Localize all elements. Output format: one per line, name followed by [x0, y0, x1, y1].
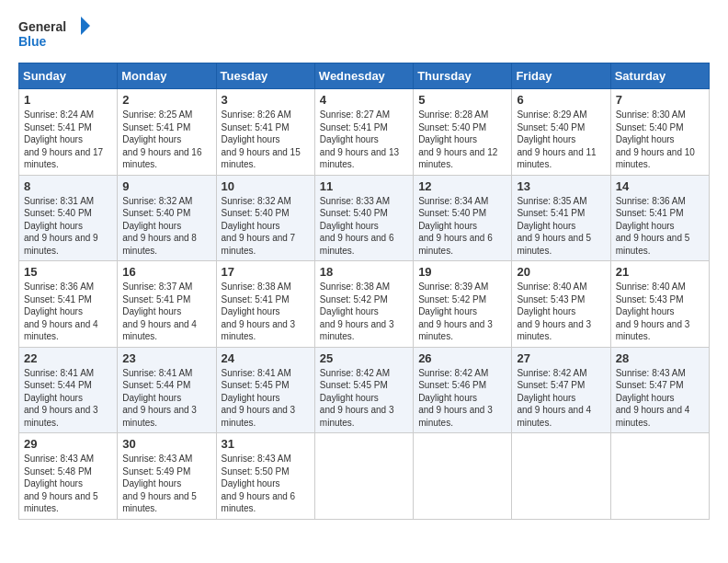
- cell-info: Sunrise: 8:41 AMSunset: 5:44 PMDaylight …: [122, 368, 197, 428]
- calendar-cell: 11 Sunrise: 8:33 AMSunset: 5:40 PMDaylig…: [314, 175, 413, 261]
- calendar-cell: 7 Sunrise: 8:30 AMSunset: 5:40 PMDayligh…: [610, 89, 709, 176]
- calendar-cell: 29 Sunrise: 8:43 AMSunset: 5:48 PMDaylig…: [19, 433, 118, 520]
- calendar-cell: [414, 433, 512, 520]
- cell-info: Sunrise: 8:38 AMSunset: 5:41 PMDaylight …: [222, 282, 296, 341]
- cell-info: Sunrise: 8:32 AMSunset: 5:40 PMDaylight …: [222, 196, 296, 256]
- day-number: 18: [320, 265, 408, 279]
- cell-info: Sunrise: 8:31 AMSunset: 5:40 PMDaylight …: [24, 196, 98, 256]
- calendar-cell: 5 Sunrise: 8:28 AMSunset: 5:40 PMDayligh…: [414, 89, 512, 176]
- calendar-cell: [512, 433, 610, 520]
- calendar-week-row: 29 Sunrise: 8:43 AMSunset: 5:48 PMDaylig…: [19, 433, 710, 520]
- calendar-header-row: SundayMondayTuesdayWednesdayThursdayFrid…: [19, 63, 710, 89]
- cell-info: Sunrise: 8:36 AMSunset: 5:41 PMDaylight …: [24, 282, 98, 341]
- calendar-cell: 13 Sunrise: 8:35 AMSunset: 5:41 PMDaylig…: [512, 175, 610, 261]
- cell-info: Sunrise: 8:40 AMSunset: 5:43 PMDaylight …: [616, 282, 690, 341]
- calendar-cell: 24 Sunrise: 8:41 AMSunset: 5:45 PMDaylig…: [216, 347, 314, 433]
- calendar-cell: 9 Sunrise: 8:32 AMSunset: 5:40 PMDayligh…: [118, 175, 216, 261]
- calendar-cell: 10 Sunrise: 8:32 AMSunset: 5:40 PMDaylig…: [216, 175, 314, 261]
- day-number: 10: [222, 179, 310, 193]
- cell-info: Sunrise: 8:42 AMSunset: 5:47 PMDaylight …: [517, 368, 591, 428]
- calendar-cell: [610, 433, 709, 520]
- day-number: 31: [222, 437, 310, 451]
- column-header-tuesday: Tuesday: [216, 63, 314, 89]
- calendar-week-row: 1 Sunrise: 8:24 AMSunset: 5:41 PMDayligh…: [19, 89, 710, 176]
- calendar-cell: 4 Sunrise: 8:27 AMSunset: 5:41 PMDayligh…: [314, 89, 413, 176]
- calendar-cell: 1 Sunrise: 8:24 AMSunset: 5:41 PMDayligh…: [19, 89, 118, 176]
- cell-info: Sunrise: 8:39 AMSunset: 5:42 PMDaylight …: [418, 282, 493, 341]
- calendar-week-row: 8 Sunrise: 8:31 AMSunset: 5:40 PMDayligh…: [19, 175, 710, 261]
- day-number: 7: [616, 93, 704, 107]
- day-number: 12: [418, 179, 506, 193]
- calendar-cell: 23 Sunrise: 8:41 AMSunset: 5:44 PMDaylig…: [118, 347, 216, 433]
- column-header-saturday: Saturday: [610, 63, 709, 89]
- day-number: 24: [222, 351, 310, 365]
- cell-info: Sunrise: 8:41 AMSunset: 5:44 PMDaylight …: [24, 368, 98, 428]
- day-number: 13: [517, 179, 605, 193]
- day-number: 30: [122, 437, 210, 451]
- day-number: 19: [418, 265, 506, 279]
- cell-info: Sunrise: 8:27 AMSunset: 5:41 PMDaylight …: [320, 109, 399, 169]
- day-number: 1: [24, 93, 112, 107]
- column-header-thursday: Thursday: [414, 63, 512, 89]
- day-number: 23: [122, 351, 210, 365]
- cell-info: Sunrise: 8:36 AMSunset: 5:41 PMDaylight …: [616, 196, 690, 256]
- day-number: 22: [24, 351, 112, 365]
- day-number: 11: [320, 179, 408, 193]
- cell-info: Sunrise: 8:42 AMSunset: 5:46 PMDaylight …: [418, 368, 493, 428]
- calendar-cell: 27 Sunrise: 8:42 AMSunset: 5:47 PMDaylig…: [512, 347, 610, 433]
- logo-svg: General Blue: [18, 15, 92, 55]
- calendar-cell: 15 Sunrise: 8:36 AMSunset: 5:41 PMDaylig…: [19, 261, 118, 348]
- day-number: 29: [24, 437, 112, 451]
- calendar-week-row: 15 Sunrise: 8:36 AMSunset: 5:41 PMDaylig…: [19, 261, 710, 348]
- day-number: 2: [122, 93, 210, 107]
- calendar-cell: 21 Sunrise: 8:40 AMSunset: 5:43 PMDaylig…: [610, 261, 709, 348]
- calendar-cell: 16 Sunrise: 8:37 AMSunset: 5:41 PMDaylig…: [118, 261, 216, 348]
- calendar-cell: 17 Sunrise: 8:38 AMSunset: 5:41 PMDaylig…: [216, 261, 314, 348]
- calendar-table: SundayMondayTuesdayWednesdayThursdayFrid…: [18, 63, 710, 520]
- calendar-cell: 12 Sunrise: 8:34 AMSunset: 5:40 PMDaylig…: [414, 175, 512, 261]
- day-number: 9: [122, 179, 210, 193]
- day-number: 6: [517, 93, 605, 107]
- logo: General Blue: [18, 15, 92, 55]
- day-number: 25: [320, 351, 408, 365]
- day-number: 28: [616, 351, 704, 365]
- cell-info: Sunrise: 8:25 AMSunset: 5:41 PMDaylight …: [122, 109, 201, 169]
- calendar-cell: 3 Sunrise: 8:26 AMSunset: 5:41 PMDayligh…: [216, 89, 314, 176]
- day-number: 3: [222, 93, 310, 107]
- day-number: 8: [24, 179, 112, 193]
- calendar-cell: 2 Sunrise: 8:25 AMSunset: 5:41 PMDayligh…: [118, 89, 216, 176]
- column-header-monday: Monday: [118, 63, 216, 89]
- cell-info: Sunrise: 8:43 AMSunset: 5:50 PMDaylight …: [222, 454, 296, 513]
- day-number: 17: [222, 265, 310, 279]
- day-number: 15: [24, 265, 112, 279]
- day-number: 4: [320, 93, 408, 107]
- calendar-cell: 22 Sunrise: 8:41 AMSunset: 5:44 PMDaylig…: [19, 347, 118, 433]
- svg-text:Blue: Blue: [18, 34, 47, 49]
- cell-info: Sunrise: 8:41 AMSunset: 5:45 PMDaylight …: [222, 368, 296, 428]
- svg-text:General: General: [18, 19, 66, 34]
- svg-marker-2: [81, 17, 90, 35]
- day-number: 20: [517, 265, 605, 279]
- column-header-friday: Friday: [512, 63, 610, 89]
- calendar-cell: 14 Sunrise: 8:36 AMSunset: 5:41 PMDaylig…: [610, 175, 709, 261]
- calendar-cell: 26 Sunrise: 8:42 AMSunset: 5:46 PMDaylig…: [414, 347, 512, 433]
- calendar-cell: 6 Sunrise: 8:29 AMSunset: 5:40 PMDayligh…: [512, 89, 610, 176]
- calendar-cell: 20 Sunrise: 8:40 AMSunset: 5:43 PMDaylig…: [512, 261, 610, 348]
- cell-info: Sunrise: 8:42 AMSunset: 5:45 PMDaylight …: [320, 368, 394, 428]
- cell-info: Sunrise: 8:29 AMSunset: 5:40 PMDaylight …: [517, 109, 596, 169]
- cell-info: Sunrise: 8:38 AMSunset: 5:42 PMDaylight …: [320, 282, 394, 341]
- calendar-cell: 28 Sunrise: 8:43 AMSunset: 5:47 PMDaylig…: [610, 347, 709, 433]
- cell-info: Sunrise: 8:34 AMSunset: 5:40 PMDaylight …: [418, 196, 493, 256]
- column-header-wednesday: Wednesday: [314, 63, 413, 89]
- calendar-cell: 25 Sunrise: 8:42 AMSunset: 5:45 PMDaylig…: [314, 347, 413, 433]
- cell-info: Sunrise: 8:43 AMSunset: 5:48 PMDaylight …: [24, 454, 98, 513]
- day-number: 5: [418, 93, 506, 107]
- calendar-cell: 31 Sunrise: 8:43 AMSunset: 5:50 PMDaylig…: [216, 433, 314, 520]
- header: General Blue: [18, 15, 710, 55]
- calendar-cell: 30 Sunrise: 8:43 AMSunset: 5:49 PMDaylig…: [118, 433, 216, 520]
- calendar-week-row: 22 Sunrise: 8:41 AMSunset: 5:44 PMDaylig…: [19, 347, 710, 433]
- cell-info: Sunrise: 8:24 AMSunset: 5:41 PMDaylight …: [24, 109, 103, 169]
- calendar-cell: [314, 433, 413, 520]
- day-number: 21: [616, 265, 704, 279]
- cell-info: Sunrise: 8:32 AMSunset: 5:40 PMDaylight …: [122, 196, 197, 256]
